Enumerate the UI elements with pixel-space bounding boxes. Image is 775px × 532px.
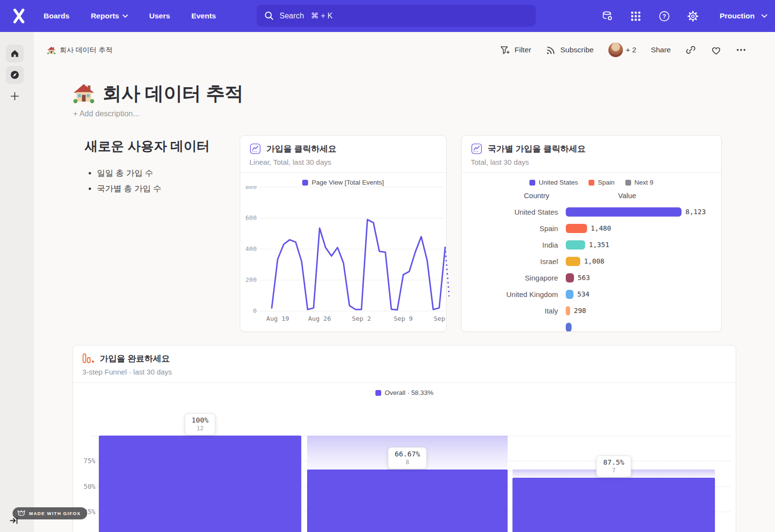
bar-table: United States8,123Spain1,480India1,351Is… — [462, 203, 721, 332]
table-row[interactable]: Israel1,008 — [462, 253, 721, 269]
svg-text:600: 600 — [246, 214, 257, 221]
house-emoji-icon — [73, 82, 95, 105]
legend-label: United States — [539, 179, 578, 186]
explore-button[interactable] — [6, 66, 24, 84]
bar[interactable] — [566, 290, 574, 299]
legend-swatch — [302, 180, 308, 186]
bar-track — [566, 323, 721, 332]
filter-button[interactable]: Filter — [500, 45, 531, 55]
favorite-button[interactable] — [711, 45, 722, 55]
fox-icon — [17, 510, 25, 516]
report-title: 가입을 클릭하세요 — [266, 143, 337, 155]
bar[interactable] — [566, 306, 570, 315]
apps-grid-icon[interactable] — [630, 10, 642, 22]
bar-value: 298 — [574, 307, 586, 314]
line-chart[interactable]: 0200400600800Aug 19Aug 26Sep 2Sep 9Sep 1… — [240, 186, 450, 332]
table-row[interactable] — [462, 319, 721, 332]
copy-link-button[interactable] — [685, 45, 696, 55]
table-row[interactable]: United States8,123 — [462, 203, 721, 220]
funnel-tooltip: 100%12 — [185, 413, 216, 435]
svg-text:400: 400 — [246, 245, 257, 252]
bar[interactable] — [566, 240, 585, 250]
funnel-report-icon — [82, 353, 94, 364]
text-widget-heading: 새로운 사용자 데이터 — [85, 138, 230, 155]
tab-arrow-icon[interactable] — [10, 516, 18, 527]
svg-text:Aug 26: Aug 26 — [308, 315, 331, 322]
legend-label: Spain — [598, 179, 615, 186]
more-options-button[interactable] — [736, 48, 746, 51]
home-button[interactable] — [6, 45, 24, 63]
bullet-item: 일일 총 가입 수 — [97, 168, 230, 179]
left-rail — [0, 32, 34, 532]
funnel-bar[interactable] — [307, 469, 508, 532]
table-row[interactable]: Spain1,480 — [462, 220, 721, 236]
svg-text:800: 800 — [246, 186, 257, 190]
bullet-item: 국가별 총 가입 수 — [97, 183, 230, 194]
bar-track: 1,480 — [566, 224, 721, 233]
search-input[interactable]: Search ⌘ + K — [257, 5, 536, 27]
svg-text:0: 0 — [253, 307, 257, 314]
search-shortcut: ⌘ + K — [311, 11, 333, 20]
gifox-badge[interactable]: MADE WITH GIFOX — [13, 507, 87, 519]
column-country: Country — [462, 191, 566, 200]
funnel-chart-card[interactable]: 가입을 완료하세요 3-step Funnel · last 30 days O… — [73, 345, 736, 532]
subscribe-button[interactable]: Subscribe — [546, 45, 594, 55]
funnel-tooltip: 66.67%8 — [388, 447, 427, 469]
nav-events[interactable]: Events — [191, 12, 216, 20]
country-label: United States — [462, 208, 566, 216]
link-icon — [685, 45, 696, 55]
nav-boards[interactable]: Boards — [44, 12, 69, 20]
country-label: Israel — [462, 257, 566, 266]
conversion-count: 8 — [395, 459, 420, 466]
help-icon[interactable]: ? — [659, 10, 670, 22]
legend-item[interactable]: Spain — [589, 179, 615, 186]
bar[interactable] — [566, 273, 574, 282]
bar[interactable] — [566, 207, 682, 217]
country-label: Spain — [462, 224, 566, 233]
breadcrumb[interactable]: 회사 데이터 추적 — [47, 46, 113, 55]
legend-item[interactable]: United States — [529, 179, 578, 186]
heart-icon — [711, 45, 722, 55]
add-board-button[interactable] — [6, 87, 24, 105]
compass-icon — [10, 70, 20, 80]
country-label: India — [462, 241, 566, 249]
data-management-icon[interactable] — [602, 10, 613, 22]
table-row[interactable]: United Kingdom534 — [462, 286, 721, 302]
legend-item[interactable]: Page View [Total Events] — [302, 179, 384, 186]
bar-chart-card[interactable]: 국가별 가입을 클릭하세요 Total, last 30 days United… — [461, 135, 722, 332]
line-chart-card[interactable]: 가입을 클릭하세요 Linear, Total, last 30 days Pa… — [240, 135, 447, 332]
bar[interactable] — [566, 323, 572, 332]
collaborators[interactable]: + 2 — [608, 43, 636, 57]
bar-track: 298 — [566, 306, 721, 315]
conversion-count: 7 — [603, 467, 624, 474]
legend-label: Next 9 — [635, 179, 653, 186]
nav-reports[interactable]: Reports — [91, 12, 128, 20]
funnel-bar[interactable] — [99, 436, 301, 532]
text-widget[interactable]: 새로운 사용자 데이터 일일 총 가입 수국가별 총 가입 수 — [85, 138, 230, 199]
settings-gear-icon[interactable] — [687, 10, 699, 22]
text-widget-bullets: 일일 총 가입 수국가별 총 가입 수 — [97, 168, 230, 194]
mixpanel-logo-icon[interactable] — [9, 6, 29, 26]
bar-track: 563 — [566, 273, 721, 282]
add-description-button[interactable]: + Add description... — [73, 110, 140, 118]
nav-users[interactable]: Users — [149, 12, 170, 20]
table-row[interactable]: Italy298 — [462, 302, 721, 319]
share-button[interactable]: Share — [651, 46, 671, 54]
y-axis-tick: 75% — [73, 457, 95, 465]
bar[interactable] — [566, 224, 587, 233]
table-row[interactable]: India1,351 — [462, 236, 721, 253]
bar-track: 1,008 — [566, 257, 721, 266]
funnel-bar[interactable] — [512, 478, 715, 532]
y-axis-tick: 50% — [73, 483, 95, 490]
legend-swatch — [529, 180, 535, 186]
svg-text:Sep 9: Sep 9 — [394, 315, 413, 322]
bar-track: 8,123 — [566, 207, 721, 217]
legend-item[interactable]: Next 9 — [625, 179, 653, 186]
report-title: 국가별 가입을 클릭하세요 — [488, 143, 586, 155]
table-row[interactable]: Singapore563 — [462, 269, 721, 286]
bar-table-header: Country Value — [462, 191, 721, 200]
funnel-chart[interactable]: 75%50%25%0%100%1266.67%887.5%7 — [73, 396, 736, 532]
bar[interactable] — [566, 257, 580, 266]
project-switcher[interactable]: Prouction — [720, 12, 767, 20]
board-canvas: 회사 데이터 추적 Filter Subscribe + 2 Share — [34, 32, 775, 532]
